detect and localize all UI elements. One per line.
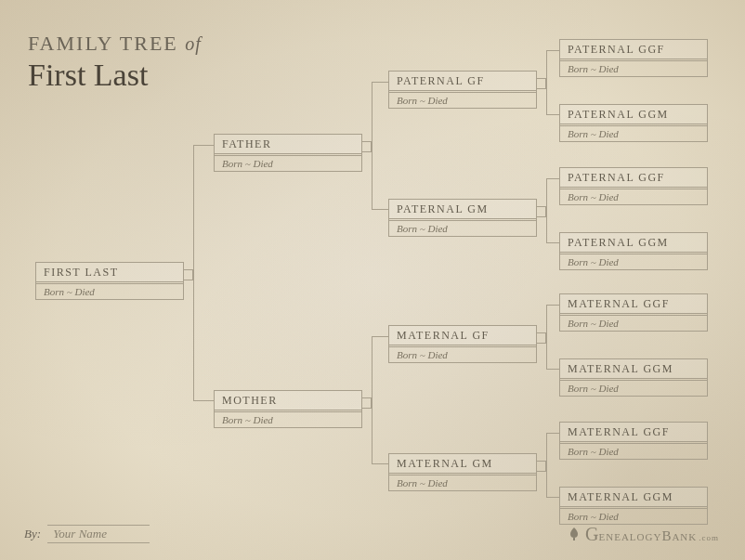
person-name: MATERNAL GGM: [559, 358, 708, 379]
person-maternal-gf[interactable]: MATERNAL GF Born ~ Died: [388, 325, 537, 363]
person-dates: Born ~ Died: [35, 281, 184, 300]
person-dates: Born ~ Died: [214, 153, 362, 172]
person-name: MATERNAL GF: [388, 325, 537, 345]
byline: By: Your Name: [24, 525, 150, 543]
person-paternal-ggf-2[interactable]: PATERNAL GGF Born ~ Died: [559, 167, 708, 205]
person-maternal-ggf-2[interactable]: MATERNAL GGF Born ~ Died: [559, 422, 708, 460]
title-of: of: [185, 33, 202, 54]
person-paternal-ggm-2[interactable]: PATERNAL GGM Born ~ Died: [559, 232, 708, 270]
person-dates: Born ~ Died: [214, 410, 362, 428]
family-tree-sheet: FAMILY TREE of First Last FIRST LAST Bor…: [0, 0, 745, 560]
person-name: PATERNAL GGF: [559, 167, 708, 188]
title-block: FAMILY TREE of First Last: [28, 32, 202, 93]
person-name: MATERNAL GGF: [559, 422, 708, 442]
brand-name: enealogyBank: [599, 528, 698, 543]
person-maternal-gm[interactable]: MATERNAL GM Born ~ Died: [388, 453, 537, 491]
bracket-mgf: [546, 305, 559, 370]
person-maternal-ggf-1[interactable]: MATERNAL GGF Born ~ Died: [559, 293, 708, 332]
person-self[interactable]: FIRST LAST Born ~ Died: [35, 262, 184, 300]
person-maternal-ggm-1[interactable]: MATERNAL GGM Born ~ Died: [559, 358, 708, 397]
bracket-mgm: [546, 433, 559, 498]
bracket-mother: [372, 336, 388, 464]
person-dates: Born ~ Died: [559, 378, 708, 397]
person-name: PATERNAL GGF: [559, 39, 708, 59]
title-name: First Last: [28, 58, 202, 93]
person-name: FIRST LAST: [35, 262, 184, 282]
person-name: PATERNAL GGM: [559, 104, 708, 124]
person-father[interactable]: FATHER Born ~ Died: [214, 134, 362, 172]
person-dates: Born ~ Died: [559, 124, 708, 142]
bracket-father: [372, 82, 388, 210]
person-dates: Born ~ Died: [559, 187, 708, 205]
brand-tld: .com: [699, 533, 719, 542]
person-dates: Born ~ Died: [388, 90, 537, 109]
person-dates: Born ~ Died: [388, 345, 537, 363]
tree-icon: [567, 527, 582, 545]
byline-author[interactable]: Your Name: [47, 525, 150, 543]
byline-label: By:: [24, 527, 41, 540]
person-dates: Born ~ Died: [559, 506, 708, 525]
brand-initial: G: [585, 524, 598, 544]
person-maternal-ggm-2[interactable]: MATERNAL GGM Born ~ Died: [559, 487, 708, 525]
person-dates: Born ~ Died: [559, 313, 708, 332]
person-name: PATERNAL GM: [388, 199, 537, 219]
bracket-pgm: [546, 178, 559, 243]
bracket-pgf: [546, 50, 559, 115]
person-name: PATERNAL GGM: [559, 232, 708, 253]
person-dates: Born ~ Died: [559, 441, 708, 460]
bracket-gen1: [193, 145, 214, 401]
person-mother[interactable]: MOTHER Born ~ Died: [214, 390, 362, 428]
person-name: MOTHER: [214, 390, 362, 410]
title-prefix: FAMILY TREE of: [28, 32, 202, 56]
person-paternal-ggf-1[interactable]: PATERNAL GGF Born ~ Died: [559, 39, 708, 77]
person-dates: Born ~ Died: [388, 218, 537, 237]
person-dates: Born ~ Died: [559, 59, 708, 77]
brand-logo: GenealogyBank.com: [567, 524, 719, 545]
title-prefix-text: FAMILY TREE: [28, 32, 178, 55]
person-dates: Born ~ Died: [559, 252, 708, 270]
person-name: MATERNAL GGM: [559, 487, 708, 507]
person-name: MATERNAL GM: [388, 453, 537, 474]
person-paternal-gf[interactable]: PATERNAL GF Born ~ Died: [388, 71, 537, 109]
person-paternal-ggm-1[interactable]: PATERNAL GGM Born ~ Died: [559, 104, 708, 142]
person-dates: Born ~ Died: [388, 473, 537, 491]
person-name: PATERNAL GF: [388, 71, 537, 91]
person-paternal-gm[interactable]: PATERNAL GM Born ~ Died: [388, 199, 537, 237]
person-name: FATHER: [214, 134, 362, 154]
person-name: MATERNAL GGF: [559, 293, 708, 314]
